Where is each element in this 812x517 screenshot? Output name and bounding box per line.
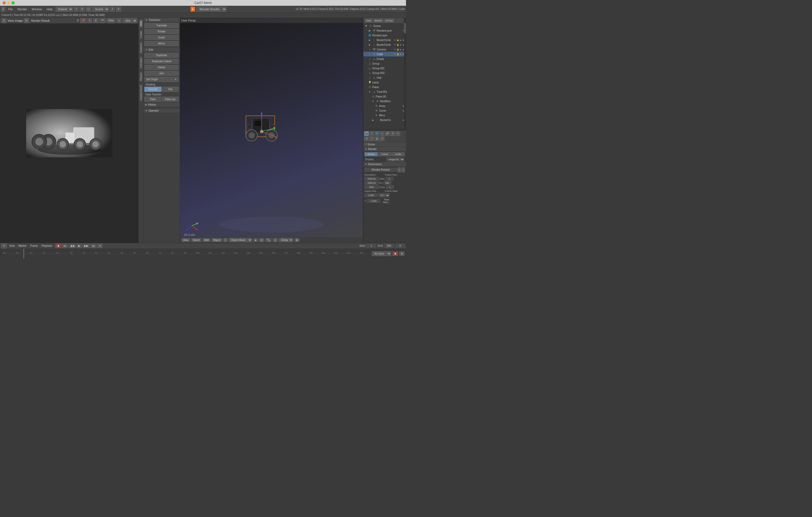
data-lay-button[interactable]: Data Lay [162, 97, 179, 102]
render-type-icon[interactable]: ⊡ [24, 18, 29, 23]
bezier1-vis3[interactable]: ▶ [400, 39, 402, 41]
vp-icons-btn[interactable]: ⊡ [259, 238, 264, 242]
tab-grease-pencil[interactable]: Grease Pencil [139, 84, 143, 102]
minimize-button[interactable] [7, 1, 10, 4]
render-tab-render[interactable]: Rende [365, 152, 378, 156]
tab-physics[interactable]: Physics [139, 71, 143, 82]
duplicate-linked-button[interactable]: Duplicate Linked [144, 59, 179, 64]
anim-loop-btn[interactable]: ↺ [97, 244, 103, 248]
outliner-item-beziercir[interactable]: ▶ ○ BezierCir ▣ [364, 118, 406, 122]
render-view-label[interactable]: View [7, 19, 14, 22]
info-icon-button[interactable]: ℹ [1, 6, 5, 12]
edit-header[interactable]: ▼ Edit [143, 48, 180, 52]
vp-snap-btn[interactable]: 🔧 [265, 238, 271, 242]
workspace-add-button[interactable]: + [74, 6, 79, 12]
outliner-item-bezier1[interactable]: ▶ ○ BezierCircle 👁 🔒 ▶ ▣ [364, 38, 406, 42]
cube-vis3[interactable]: ▶ [400, 53, 402, 55]
current-frame-field[interactable] [396, 244, 405, 248]
anim-play-btn[interactable]: ▶ [77, 244, 82, 248]
timeline-frame-btn[interactable]: Frame [29, 244, 39, 248]
vp-icon-btn[interactable]: ⬡ [223, 238, 228, 242]
timeline-settings-btn[interactable]: ⚙ [399, 251, 405, 256]
outliner-item-group002[interactable]: △ Group.002 [364, 70, 406, 75]
outliner-item-plane00[interactable]: ◻ Plane.00 [364, 94, 406, 99]
vp-global-icon[interactable]: ⊞ [294, 238, 299, 242]
render-presets-button[interactable]: Render Presets [365, 168, 397, 172]
outliner-scrollbar-thumb[interactable] [404, 23, 406, 33]
workspace-x-button[interactable]: ✕ [80, 6, 85, 12]
fps-select[interactable]: 24 fps [378, 193, 390, 197]
rotate-button[interactable]: Rotate [144, 29, 179, 34]
props-tab-world[interactable]: 🌐 [375, 131, 379, 136]
menu-help[interactable]: Help [45, 7, 54, 11]
outliner-item-camera[interactable]: | 📷 Camera 👁 🔒 ▶ ▣ [364, 47, 406, 52]
outliner-item-renderlayer[interactable]: ▶ 🎬 RenderLayer 👁 [364, 28, 406, 33]
render-panel-menu[interactable]: ☰ [1, 18, 6, 23]
outliner-view-btn[interactable]: View [365, 19, 372, 23]
props-tab-modifiers[interactable]: ⚙ [390, 131, 395, 136]
history-header[interactable]: ▶ History [143, 102, 180, 107]
timeline-view-btn[interactable]: View [8, 244, 16, 248]
anim-prev-btn[interactable]: ◀◀ [68, 244, 76, 248]
start-frame-field[interactable] [385, 177, 394, 181]
outliner-item-array[interactable]: ⚙ Array ▣ [364, 103, 406, 108]
res-y-field[interactable] [365, 181, 379, 185]
outliner-item-lamp[interactable]: 💡 Lamp [364, 80, 406, 85]
menu-window[interactable]: Window [30, 7, 44, 11]
aspect-x-field[interactable] [365, 193, 377, 197]
data-button[interactable]: Data [144, 97, 162, 102]
props-tab-texture[interactable]: ☷ [380, 136, 384, 141]
anim-record-btn[interactable]: ⏺ [55, 244, 61, 248]
render-engine-select[interactable]: Blender Render [196, 6, 227, 12]
render-view2-btn[interactable]: View [107, 18, 116, 23]
duplicate-button[interactable]: Duplicate [144, 53, 179, 58]
vp-view-btn[interactable]: View [181, 238, 190, 242]
vp-add-btn[interactable]: Add [202, 238, 210, 242]
bezier1-vis2[interactable]: 🔒 [397, 39, 399, 41]
outliner-item-empty[interactable]: | △ Empty [364, 57, 406, 61]
outliner-item-group[interactable]: △ Group [364, 61, 406, 66]
operator-header[interactable]: ▼ Operator [143, 108, 180, 113]
flat-button[interactable]: Flat [162, 87, 179, 92]
render-add-button[interactable]: + [87, 18, 92, 23]
outliner-item-cube[interactable]: | ▽ Cube 👁 🔒 ▶ ▣ [364, 52, 406, 57]
res-pct-field[interactable] [365, 185, 379, 189]
outliner-item-bezier2[interactable]: ▶ ○ BezierCircle 👁 🔒 ▶ ▣ [364, 42, 406, 47]
smooth-button[interactable]: Smooth [144, 87, 162, 92]
vp-prop-btn[interactable]: ⊙ [272, 238, 278, 242]
tab-tools[interactable]: Tools [139, 19, 143, 28]
props-tab-constraints[interactable]: 🔗 [385, 131, 390, 136]
outliner-item-curve[interactable]: ⚙ Curve ▣ [364, 108, 406, 113]
camera-vis3[interactable]: ▶ [400, 48, 402, 51]
cube-vis2[interactable]: 🔒 [397, 53, 399, 55]
vp-pivot-btn[interactable]: ● [253, 238, 258, 242]
render-slot-select[interactable]: Slot 1 [123, 18, 137, 23]
res-x-field[interactable] [365, 177, 379, 181]
timeline-end-field[interactable] [384, 244, 394, 248]
transform-header[interactable]: ▼ Transform [143, 18, 180, 23]
scene-select[interactable]: Scene [92, 6, 109, 12]
scene-add-button[interactable]: + [110, 6, 115, 12]
timeline-sync-select[interactable]: No Sync [372, 251, 392, 256]
camera-vis1[interactable]: 👁 [394, 48, 396, 51]
render-camera-icon[interactable]: 📷 [99, 18, 106, 23]
render-section-header[interactable]: ▼ Render [364, 147, 406, 152]
window-controls[interactable] [3, 1, 14, 4]
outliner-item-group001[interactable]: △ Group.001 [364, 66, 406, 70]
outliner-item-modifiers[interactable]: ▼ ⚙ Modifiers [364, 99, 406, 103]
timeline-start-field[interactable] [367, 244, 376, 248]
tab-create[interactable]: Create [139, 30, 143, 40]
bezier2-vis2[interactable]: 🔒 [397, 44, 399, 46]
scale-button[interactable]: Scale [144, 35, 179, 40]
join-button[interactable]: Join [144, 71, 179, 76]
close-button[interactable] [3, 1, 6, 4]
delete-button[interactable]: Delete [144, 65, 179, 70]
props-tab-object[interactable]: △ [380, 131, 384, 136]
aspect-y-field[interactable] [367, 199, 380, 203]
display-select[interactable]: Image Ed... [386, 157, 404, 161]
outliner-allsce-btn[interactable]: All Sce [384, 19, 394, 23]
viewport-3d[interactable]: User Persp [180, 18, 363, 243]
anim-next-btn[interactable]: ▶▶ [83, 244, 90, 248]
timeline-playback-btn[interactable]: Playback [40, 244, 54, 248]
scene-x-button[interactable]: ✕ [116, 6, 121, 12]
